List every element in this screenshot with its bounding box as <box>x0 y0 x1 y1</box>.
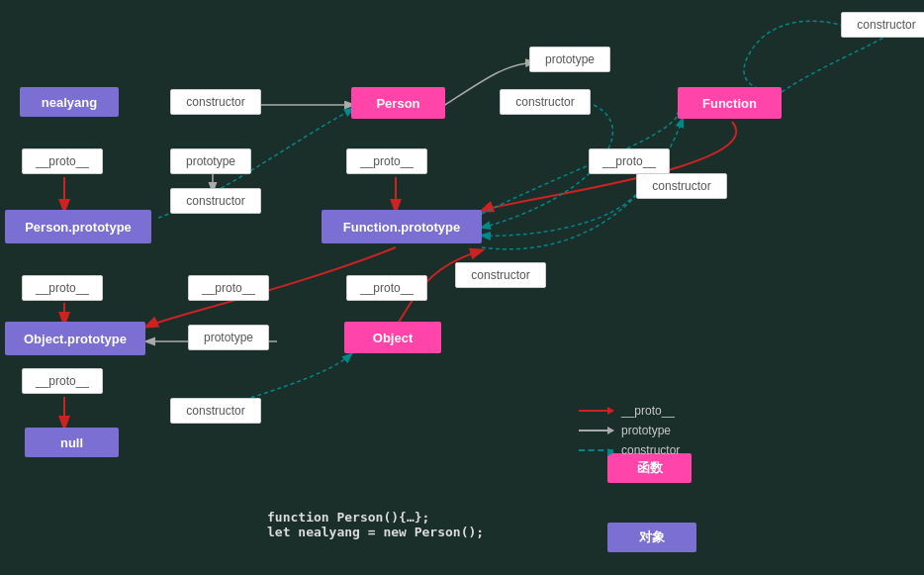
white-node-12: __proto__ <box>589 148 670 174</box>
object_proto-node: Object.prototype <box>5 322 145 355</box>
white-node-13: __proto__ <box>22 275 103 301</box>
object-node: Object <box>344 322 441 353</box>
legend-proto-label: __proto__ <box>621 404 675 418</box>
null_node-node: null <box>25 428 119 457</box>
white-node-9: prototype <box>188 325 269 350</box>
person-node: Person <box>351 87 445 119</box>
white-node-15: __proto__ <box>346 275 427 301</box>
white-node-0: constructor <box>170 89 261 115</box>
white-node-6: constructor <box>841 12 924 38</box>
white-node-5: constructor <box>170 398 261 424</box>
nealyang-node: nealyang <box>20 87 119 117</box>
legend-constructor-label: constructor <box>621 443 680 457</box>
white-node-8: prototype <box>170 148 251 174</box>
code-line2: let nealyang = new Person(); <box>267 525 484 539</box>
white-node-16: __proto__ <box>22 368 103 394</box>
duixiang-node: 对象 <box>607 523 696 552</box>
person_proto-node: Person.prototype <box>5 210 151 243</box>
white-node-3: constructor <box>455 262 546 288</box>
code-block: function Person(){…}; let nealyang = new… <box>267 510 484 539</box>
legend: __proto__ prototype constructor <box>579 404 680 457</box>
function-node: Function <box>678 87 782 119</box>
legend-prototype-label: prototype <box>621 424 671 437</box>
code-line1: function Person(){…}; <box>267 510 484 525</box>
white-node-10: __proto__ <box>22 148 103 174</box>
white-node-4: constructor <box>636 173 727 199</box>
white-node-7: prototype <box>529 47 610 72</box>
white-node-11: __proto__ <box>346 148 427 174</box>
white-node-2: constructor <box>170 188 261 214</box>
func_proto-node: Function.prototype <box>322 210 482 243</box>
hansu-node: 函数 <box>607 453 692 483</box>
white-node-14: __proto__ <box>188 275 269 301</box>
white-node-1: constructor <box>500 89 591 115</box>
